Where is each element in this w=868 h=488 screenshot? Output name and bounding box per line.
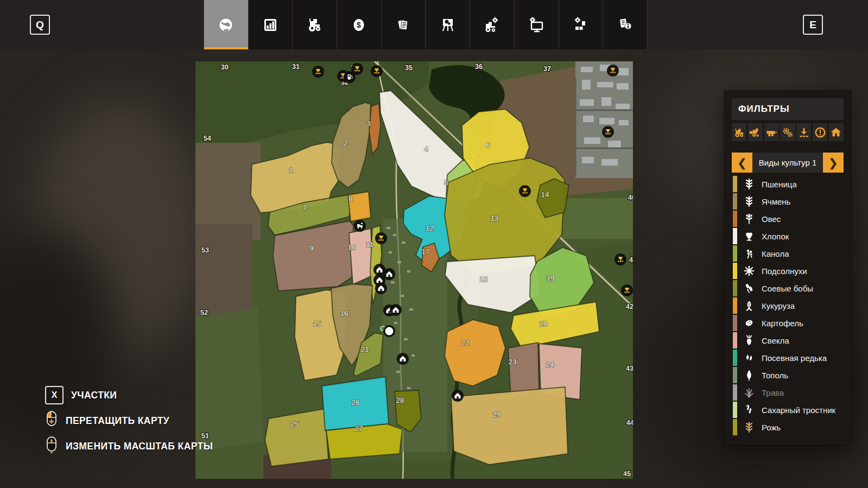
- farm-map-viewport[interactable]: 1234567891011121314151617181920212223242…: [195, 61, 633, 479]
- corn-crop-icon: [742, 299, 756, 312]
- silo-map-icon[interactable]: [621, 284, 633, 296]
- crop-label: Ячмень: [762, 197, 790, 206]
- house-map-icon[interactable]: [452, 390, 464, 402]
- tab-help[interactable]: [603, 0, 648, 49]
- crop-row-rye[interactable]: Рожь: [732, 419, 844, 436]
- wheat-crop-icon: [742, 178, 756, 191]
- selector-next-button[interactable]: ❯: [823, 153, 844, 173]
- tab-production[interactable]: [514, 0, 559, 49]
- field-number: 9: [309, 244, 314, 252]
- crop-row-sunflower[interactable]: Подсолнухи: [732, 262, 844, 280]
- shop-map-icon[interactable]: [383, 325, 395, 337]
- field-29-wheat[interactable]: [451, 387, 568, 465]
- crop-row-poplar[interactable]: Тополь: [732, 366, 844, 384]
- poplar-crop-icon: [742, 369, 756, 382]
- crop-legend-list: ПшеницаЯчменьОвесХлопокКанолаПодсолнухиС…: [732, 175, 844, 436]
- tab-construction[interactable]: [559, 0, 603, 49]
- crop-color-swatch: [733, 419, 737, 435]
- field-23-potato[interactable]: [508, 343, 539, 397]
- crop-row-radish[interactable]: Посевная редька: [732, 349, 844, 366]
- crop-row-sugarcane[interactable]: Сахарный тростник: [732, 401, 844, 419]
- field-number: 26: [351, 398, 359, 407]
- field-number: 23: [508, 358, 516, 366]
- selector-prev-button[interactable]: ❮: [732, 153, 752, 173]
- tab-map-globe[interactable]: [204, 0, 248, 49]
- crop-label: Овес: [762, 214, 781, 224]
- filter-warning-button[interactable]: [813, 123, 827, 141]
- potato-crop-icon: [742, 316, 756, 329]
- house-map-icon[interactable]: [397, 353, 409, 365]
- tab-vehicles[interactable]: [292, 0, 337, 49]
- warning-icon: [814, 126, 826, 138]
- hotkey-q-button[interactable]: Q: [30, 15, 50, 35]
- hotkey-e-button[interactable]: E: [803, 15, 823, 35]
- production-icon: [527, 16, 546, 34]
- crop-label: Посевная редька: [762, 353, 827, 363]
- tab-animals[interactable]: [425, 0, 470, 49]
- cotton-crop-icon: [742, 230, 756, 243]
- grid-label: 36: [475, 63, 483, 71]
- silo-map-icon[interactable]: [614, 253, 626, 265]
- silo-map-icon[interactable]: [519, 185, 531, 197]
- field-number: 3: [366, 119, 371, 128]
- grid-label: 42: [626, 303, 633, 310]
- filter-trailer-button[interactable]: [764, 123, 779, 141]
- field-number: 10: [347, 243, 356, 251]
- truck-map-icon[interactable]: [354, 220, 366, 232]
- crop-row-wheat[interactable]: Пшеница: [732, 175, 844, 193]
- tab-contracts[interactable]: [381, 0, 426, 49]
- grid-label: 44: [626, 419, 633, 427]
- statistics-icon: [261, 16, 280, 34]
- crop-label: Подсолнухи: [762, 267, 807, 276]
- house-map-icon[interactable]: [390, 304, 402, 316]
- legend-label: УЧАСТКИ: [71, 390, 117, 401]
- crop-row-canola[interactable]: Канола: [732, 245, 844, 262]
- field-number: 2: [344, 139, 348, 147]
- help-icon: [616, 16, 635, 34]
- field-25-rye[interactable]: [265, 409, 328, 466]
- crop-row-cotton[interactable]: Хлопок: [732, 227, 844, 245]
- sugarcane-crop-icon: [742, 403, 756, 416]
- crop-label: Сахарный тростник: [762, 405, 835, 415]
- crop-row-barley[interactable]: Ячмень: [732, 193, 844, 210]
- crop-label: Соевые бобы: [762, 284, 813, 293]
- legend-label: ПЕРЕТАЩИТЬ КАРТУ: [66, 415, 169, 427]
- tab-finances[interactable]: $: [337, 0, 381, 49]
- gas-map-icon[interactable]: [344, 71, 356, 83]
- silo-map-icon[interactable]: [375, 232, 387, 244]
- field-22-corn[interactable]: [445, 320, 505, 386]
- crop-row-corn[interactable]: Кукуруза: [732, 297, 844, 314]
- tab-statistics[interactable]: [248, 0, 293, 49]
- silo-map-icon[interactable]: [602, 126, 614, 138]
- grid-label: 35: [405, 64, 413, 72]
- silo-map-icon[interactable]: [371, 65, 383, 77]
- silo-map-icon[interactable]: [312, 66, 324, 78]
- download-icon: [798, 126, 810, 138]
- filter-gears-button[interactable]: [780, 123, 795, 141]
- field-10-beet[interactable]: [349, 229, 373, 284]
- grid-label: 43: [626, 365, 633, 372]
- filter-harvester-button[interactable]: [748, 123, 763, 141]
- field-number: 29: [492, 410, 500, 419]
- hotkey-x-button[interactable]: X: [45, 386, 64, 404]
- field-number: 1: [289, 166, 293, 174]
- filter-download-button[interactable]: [796, 123, 811, 141]
- filter-home-button[interactable]: [829, 123, 844, 141]
- crop-row-beet[interactable]: Свекла: [732, 332, 844, 349]
- field-number: 28: [396, 396, 404, 404]
- mouse-wheel-icon: [45, 436, 58, 457]
- house-map-icon[interactable]: [375, 282, 387, 294]
- silo-map-icon[interactable]: [607, 65, 619, 77]
- crop-color-swatch: [733, 384, 737, 401]
- legend-row-1: XУЧАСТКИ: [45, 386, 213, 404]
- tab-garage[interactable]: [470, 0, 514, 49]
- crop-row-potato[interactable]: Картофель: [732, 314, 844, 332]
- crop-row-soybean[interactable]: Соевые бобы: [732, 280, 844, 297]
- grid-label: 40: [628, 194, 633, 201]
- field-27-soybean[interactable]: [326, 424, 402, 459]
- home-icon: [830, 126, 842, 138]
- crop-row-grass[interactable]: Трава: [732, 384, 844, 401]
- filter-tractor-button[interactable]: [732, 123, 746, 141]
- crop-page-selector: ❮ Виды культур 1 ❯: [732, 153, 844, 173]
- crop-row-oat[interactable]: Овес: [732, 210, 844, 227]
